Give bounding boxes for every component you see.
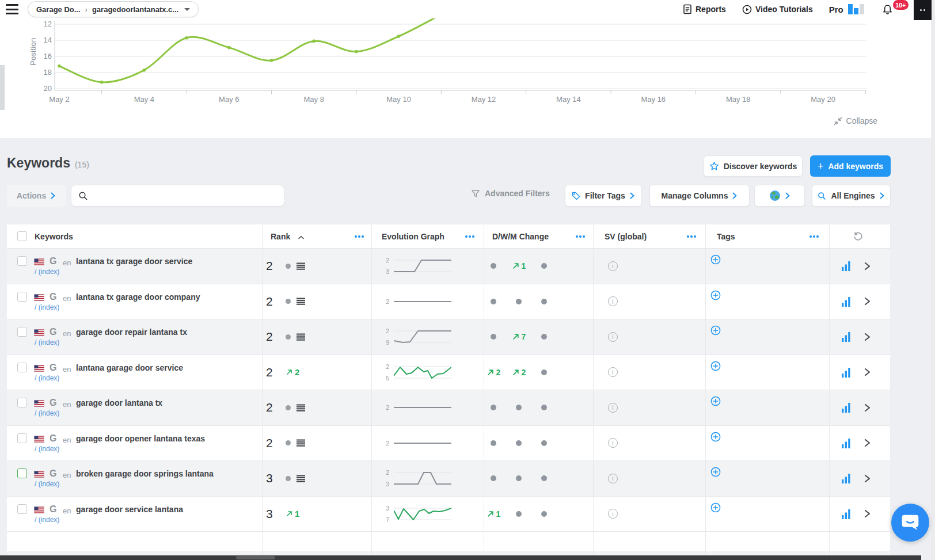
keyword-text[interactable]: lantana tx garage door company bbox=[76, 292, 200, 302]
info-icon[interactable]: i bbox=[608, 474, 618, 483]
keyword-analytics-icon[interactable] bbox=[842, 438, 850, 448]
col-rank[interactable]: Rank bbox=[271, 232, 290, 241]
keyword-url-link[interactable]: / (index) bbox=[35, 268, 59, 276]
info-icon[interactable]: i bbox=[608, 261, 618, 271]
keyword-url-link[interactable]: / (index) bbox=[35, 338, 59, 346]
column-options-icon[interactable] bbox=[809, 235, 819, 238]
serp-features-icon[interactable] bbox=[297, 262, 305, 270]
evolution-sparkline[interactable] bbox=[394, 326, 451, 347]
hamburger-menu-icon[interactable] bbox=[6, 4, 18, 14]
breadcrumb-project[interactable]: Garage Do... bbox=[36, 5, 81, 14]
reports-link[interactable]: Reports bbox=[683, 4, 726, 14]
keyword-url-link[interactable]: / (index) bbox=[35, 303, 59, 311]
manage-columns-button[interactable]: Manage Columns bbox=[649, 185, 750, 207]
add-tag-icon[interactable] bbox=[710, 467, 721, 477]
usage-bars-icon[interactable] bbox=[848, 4, 864, 14]
search-input[interactable] bbox=[93, 191, 277, 200]
info-icon[interactable]: i bbox=[608, 509, 618, 519]
evolution-sparkline[interactable] bbox=[394, 291, 451, 312]
breadcrumb-domain[interactable]: garagedoorlantanatx.c... bbox=[92, 5, 178, 14]
serp-features-icon[interactable] bbox=[297, 475, 305, 482]
keyword-analytics-icon[interactable] bbox=[842, 509, 850, 519]
row-expand-chevron[interactable] bbox=[864, 509, 871, 518]
row-expand-chevron[interactable] bbox=[864, 403, 871, 412]
column-options-icon[interactable] bbox=[355, 235, 364, 238]
keyword-analytics-icon[interactable] bbox=[842, 473, 850, 483]
add-tag-icon[interactable] bbox=[710, 254, 721, 265]
keyword-analytics-icon[interactable] bbox=[842, 261, 850, 271]
add-keywords-button[interactable]: + Add keywords bbox=[810, 155, 891, 177]
all-engines-button[interactable]: All Engines bbox=[812, 185, 891, 207]
vertical-scrollbar[interactable] bbox=[931, 0, 935, 560]
keyword-text[interactable]: garage door opener lantana texas bbox=[76, 434, 205, 443]
keyword-analytics-icon[interactable] bbox=[842, 402, 850, 413]
row-checkbox[interactable] bbox=[17, 363, 27, 372]
info-icon[interactable]: i bbox=[608, 332, 618, 342]
row-checkbox[interactable] bbox=[17, 433, 27, 443]
col-dwm-change[interactable]: D/W/M Change bbox=[492, 232, 549, 241]
horizontal-scrollbar[interactable] bbox=[0, 555, 921, 560]
keyword-text[interactable]: lantana tx garage door service bbox=[76, 257, 192, 266]
serp-features-icon[interactable] bbox=[297, 298, 305, 305]
keyword-url-link[interactable]: / (index) bbox=[35, 480, 59, 488]
add-tag-icon[interactable] bbox=[710, 325, 721, 336]
keyword-url-link[interactable]: / (index) bbox=[35, 516, 59, 524]
refresh-icon[interactable] bbox=[853, 231, 863, 241]
serp-features-icon[interactable] bbox=[297, 333, 305, 341]
keyword-analytics-icon[interactable] bbox=[842, 332, 850, 342]
info-icon[interactable]: i bbox=[608, 367, 618, 377]
col-evolution[interactable]: Evolution Graph bbox=[382, 232, 444, 241]
info-icon[interactable]: i bbox=[608, 403, 618, 413]
evolution-sparkline[interactable] bbox=[394, 504, 451, 524]
info-icon[interactable]: i bbox=[608, 296, 618, 306]
column-options-icon[interactable] bbox=[576, 235, 585, 238]
actions-dropdown[interactable]: Actions bbox=[7, 185, 66, 207]
row-expand-chevron[interactable] bbox=[864, 333, 871, 341]
add-tag-icon[interactable] bbox=[710, 361, 721, 371]
keyword-text[interactable]: broken garage door springs lantana bbox=[76, 469, 214, 478]
row-checkbox[interactable] bbox=[17, 398, 27, 407]
project-breadcrumb[interactable]: Garage Do... › garagedoorlantanatx.c... bbox=[28, 1, 199, 17]
evolution-sparkline[interactable] bbox=[394, 256, 451, 276]
keyword-url-link[interactable]: / (index) bbox=[35, 374, 59, 382]
profile-menu-button[interactable] bbox=[914, 0, 932, 20]
evolution-sparkline[interactable] bbox=[394, 433, 451, 454]
filter-tags-button[interactable]: Filter Tags bbox=[565, 185, 642, 207]
add-tag-icon[interactable] bbox=[710, 432, 721, 442]
row-checkbox[interactable] bbox=[17, 292, 27, 302]
video-tutorials-link[interactable]: Video Tutorials bbox=[742, 5, 813, 14]
row-expand-chevron[interactable] bbox=[864, 474, 871, 483]
row-checkbox[interactable] bbox=[17, 468, 27, 478]
column-options-icon[interactable] bbox=[687, 235, 696, 238]
evolution-sparkline[interactable] bbox=[394, 362, 451, 383]
keyword-text[interactable]: garage door repair lantana tx bbox=[76, 327, 187, 337]
add-tag-icon[interactable] bbox=[710, 502, 721, 513]
evolution-sparkline[interactable] bbox=[394, 397, 451, 418]
notifications-button[interactable]: 10+ bbox=[881, 1, 908, 17]
chat-widget-button[interactable] bbox=[891, 504, 929, 542]
region-selector-button[interactable] bbox=[754, 185, 805, 207]
keyword-analytics-icon[interactable] bbox=[842, 296, 850, 307]
keyword-url-link[interactable]: / (index) bbox=[35, 409, 59, 417]
row-checkbox[interactable] bbox=[17, 256, 27, 266]
row-checkbox[interactable] bbox=[17, 504, 27, 514]
scrollbar-thumb[interactable] bbox=[236, 556, 275, 559]
row-checkbox[interactable] bbox=[17, 327, 27, 337]
keyword-analytics-icon[interactable] bbox=[842, 367, 850, 378]
keyword-text[interactable]: lantana garage door service bbox=[76, 363, 183, 372]
serp-features-icon[interactable] bbox=[297, 439, 305, 447]
row-expand-chevron[interactable] bbox=[864, 262, 871, 271]
collapse-button[interactable]: Collapse bbox=[834, 116, 877, 125]
col-keywords[interactable]: Keywords bbox=[35, 232, 73, 241]
add-tag-icon[interactable] bbox=[710, 396, 721, 406]
add-tag-icon[interactable] bbox=[710, 290, 721, 300]
select-all-checkbox[interactable] bbox=[17, 231, 27, 241]
evolution-sparkline[interactable] bbox=[394, 468, 451, 489]
row-expand-chevron[interactable] bbox=[864, 368, 871, 376]
column-options-icon[interactable] bbox=[465, 235, 474, 238]
keyword-text[interactable]: garage door service lantana bbox=[76, 505, 183, 514]
keyword-text[interactable]: garage door lantana tx bbox=[76, 398, 162, 407]
row-expand-chevron[interactable] bbox=[864, 297, 871, 306]
col-tags[interactable]: Tags bbox=[717, 232, 735, 241]
discover-keywords-button[interactable]: Discover keywords bbox=[704, 155, 803, 177]
